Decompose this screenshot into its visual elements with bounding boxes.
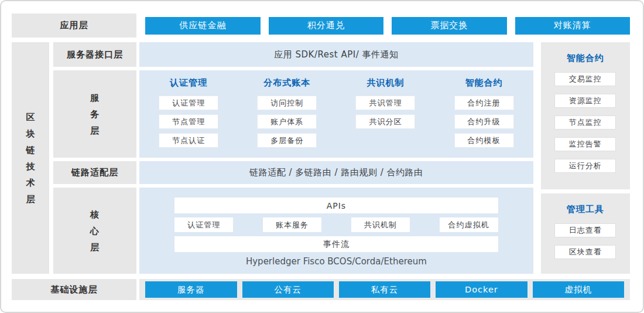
infrastructure-layer-label: 基础设施层 bbox=[12, 279, 136, 300]
infrastructure-layer-items: 服务器 公有云 私有云 Docker 虚拟机 bbox=[139, 279, 630, 300]
application-layer-label: 应用层 bbox=[12, 13, 136, 38]
monitor-item: 资源监控 bbox=[554, 94, 616, 108]
smart-contract-monitor-panel: 智能合约 交易监控 资源监控 节点监控 监控告警 运行分析 bbox=[541, 42, 630, 189]
app-item-supply-chain-finance: 供应链金融 bbox=[145, 17, 260, 35]
link-adaptation-content: 链路适配 / 多链路由 / 路由规则 / 合约路由 bbox=[139, 161, 533, 184]
core-module: 账本服务 bbox=[263, 217, 321, 232]
monitor-panel-title: 智能合约 bbox=[567, 53, 604, 64]
main-content-column: 应用 SDK/Rest API/ 事件通知 认证管理 认证管理 节点管理 节点认… bbox=[139, 42, 533, 274]
server-interface-layer-label: 服务器接口层 bbox=[53, 42, 136, 67]
service-item: 账户体系 bbox=[257, 114, 317, 129]
app-item-bill-exchange: 票据交换 bbox=[392, 17, 506, 35]
infra-item-virtual-machine: 虚拟机 bbox=[533, 281, 624, 298]
right-panels-column: 智能合约 交易监控 资源监控 节点监控 监控告警 运行分析 管理工具 日志查看 … bbox=[541, 42, 630, 274]
service-group-distributed-ledger: 分布式账本 访问控制 账户体系 多层备份 bbox=[238, 77, 336, 158]
core-apis-bar: APIs bbox=[174, 198, 498, 213]
service-group-consensus: 共识机制 共识管理 共识分区 bbox=[336, 77, 434, 158]
blockchain-technology-layer: 区块链技术层 服务器接口层 服务层 链路适配层 核心层 应用 SDK/Rest … bbox=[12, 42, 630, 274]
sublayer-labels-column: 服务器接口层 服务层 链路适配层 核心层 bbox=[53, 42, 136, 274]
core-modules-row: 认证管理 账本服务 共识机制 合约虚拟机 bbox=[174, 217, 498, 232]
service-item: 认证管理 bbox=[159, 96, 218, 110]
service-item: 共识分区 bbox=[355, 114, 415, 129]
service-item: 访问控制 bbox=[257, 96, 317, 110]
infra-item-server: 服务器 bbox=[145, 281, 237, 298]
infra-item-public-cloud: 公有云 bbox=[242, 281, 334, 298]
app-item-points-exchange: 积分通兑 bbox=[269, 17, 383, 35]
blockchain-tech-layer-label: 区块链技术层 bbox=[12, 42, 49, 274]
service-item: 共识管理 bbox=[355, 96, 415, 110]
service-group-title: 分布式账本 bbox=[263, 77, 310, 89]
application-layer-row: 应用层 供应链金融 积分通兑 票据交换 对账清算 bbox=[12, 13, 630, 38]
service-layer-panel: 认证管理 认证管理 节点管理 节点认证 分布式账本 访问控制 账户体系 多层备份… bbox=[139, 70, 533, 158]
service-group-smart-contract: 智能合约 合约注册 合约升级 合约模板 bbox=[434, 77, 533, 158]
monitor-item: 交易监控 bbox=[554, 72, 616, 86]
monitor-item: 运行分析 bbox=[554, 159, 616, 173]
blockchain-architecture-diagram: 应用层 供应链金融 积分通兑 票据交换 对账清算 区块链技术层 服务器接口层 服… bbox=[0, 0, 644, 313]
application-layer-items: 供应链金融 积分通兑 票据交换 对账清算 bbox=[139, 13, 630, 38]
app-item-reconciliation-clearing: 对账清算 bbox=[515, 17, 630, 35]
monitor-item: 监控告警 bbox=[554, 137, 616, 151]
core-event-stream-bar: 事件流 bbox=[174, 236, 498, 252]
infra-item-docker: Docker bbox=[436, 281, 527, 298]
service-group-title: 认证管理 bbox=[170, 77, 207, 89]
tools-item: 区块查看 bbox=[554, 245, 616, 259]
service-item: 合约升级 bbox=[454, 114, 514, 129]
link-adaptation-layer-label: 链路适配层 bbox=[53, 161, 136, 184]
service-item: 合约注册 bbox=[454, 96, 514, 110]
core-platforms-text: Hyperledger Fisco BCOS/Corda/Ethereum bbox=[174, 256, 498, 267]
core-layer-panel: APIs 认证管理 账本服务 共识机制 合约虚拟机 事件流 Hyperledge… bbox=[139, 188, 533, 274]
core-module: 共识机制 bbox=[351, 217, 410, 232]
service-item: 多层备份 bbox=[257, 133, 317, 148]
service-group-title: 智能合约 bbox=[465, 77, 503, 89]
service-item: 节点认证 bbox=[159, 133, 218, 148]
infra-item-private-cloud: 私有云 bbox=[339, 281, 430, 298]
service-group-auth: 认证管理 认证管理 节点管理 节点认证 bbox=[139, 77, 238, 158]
tools-item: 日志查看 bbox=[554, 223, 616, 237]
service-item: 节点管理 bbox=[159, 114, 218, 129]
service-group-title: 共识机制 bbox=[366, 77, 404, 89]
monitor-item: 节点监控 bbox=[554, 115, 616, 130]
core-module: 合约虚拟机 bbox=[440, 217, 498, 232]
core-module: 认证管理 bbox=[174, 217, 233, 232]
service-item: 合约模板 bbox=[454, 133, 514, 148]
management-tools-panel: 管理工具 日志查看 区块查看 bbox=[541, 193, 630, 274]
service-layer-label: 服务层 bbox=[53, 70, 136, 158]
core-layer-label: 核心层 bbox=[53, 188, 136, 274]
server-interface-content: 应用 SDK/Rest API/ 事件通知 bbox=[139, 42, 533, 67]
infrastructure-layer-row: 基础设施层 服务器 公有云 私有云 Docker 虚拟机 bbox=[12, 279, 630, 300]
tools-panel-title: 管理工具 bbox=[567, 204, 604, 215]
